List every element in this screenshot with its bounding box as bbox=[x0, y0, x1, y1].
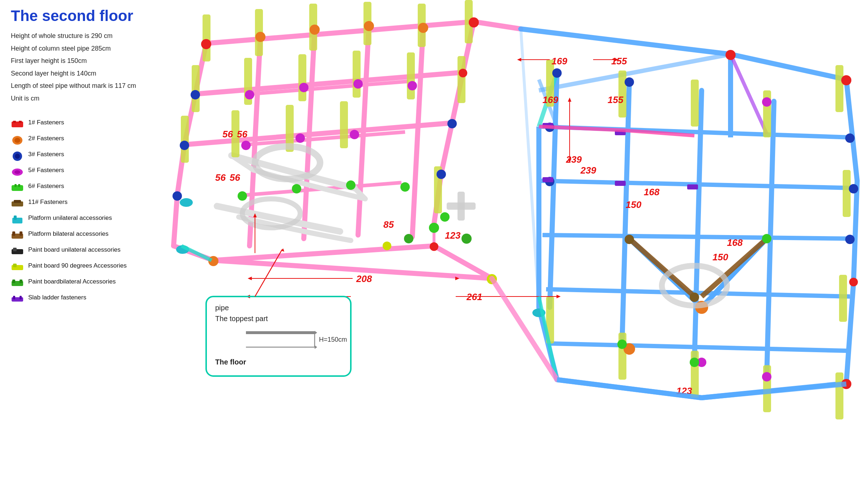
svg-point-111 bbox=[201, 39, 211, 49]
svg-line-30 bbox=[474, 22, 521, 29]
svg-point-113 bbox=[726, 50, 736, 60]
dim-168b: 168 bbox=[727, 237, 743, 248]
svg-point-147 bbox=[238, 191, 247, 201]
svg-rect-15 bbox=[14, 216, 17, 220]
svg-line-56 bbox=[854, 181, 857, 282]
dim-155b: 155 bbox=[608, 94, 624, 105]
info-line5: Length of steel pipe without mark is 117… bbox=[11, 80, 156, 91]
legend-item-3: 3# Fasteners bbox=[11, 150, 156, 161]
dim-239b: 239 bbox=[580, 165, 596, 176]
svg-rect-13 bbox=[14, 200, 21, 203]
svg-line-61 bbox=[521, 29, 539, 307]
svg-rect-27 bbox=[13, 296, 15, 299]
info-line4: Second layer height is 140cm bbox=[11, 68, 156, 79]
svg-point-4 bbox=[14, 138, 20, 143]
svg-point-157 bbox=[690, 293, 699, 302]
svg-rect-104 bbox=[839, 275, 847, 322]
svg-point-112 bbox=[459, 69, 467, 77]
svg-line-63 bbox=[622, 81, 629, 344]
svg-point-140 bbox=[408, 81, 417, 90]
legend-item-platform-uni: Platform unilateral accessories bbox=[11, 214, 156, 225]
svg-point-126 bbox=[180, 141, 189, 150]
legend-label-3: 3# Fasteners bbox=[28, 150, 64, 159]
svg-rect-169 bbox=[687, 184, 698, 189]
svg-rect-24 bbox=[12, 280, 15, 283]
dim-169a: 169 bbox=[552, 56, 567, 67]
svg-rect-11 bbox=[18, 184, 20, 187]
svg-point-110 bbox=[469, 17, 479, 27]
legend-icon-3 bbox=[11, 151, 24, 161]
svg-line-68 bbox=[542, 235, 854, 239]
svg-rect-100 bbox=[691, 80, 699, 127]
legend-item-slab: Slab ladder fasteners bbox=[11, 294, 156, 304]
svg-point-118 bbox=[255, 32, 265, 42]
svg-point-163 bbox=[461, 234, 472, 244]
legend-icon-2 bbox=[11, 135, 24, 145]
svg-point-119 bbox=[310, 25, 320, 35]
dim-150b: 150 bbox=[712, 252, 728, 263]
svg-point-117 bbox=[430, 242, 438, 251]
svg-marker-195 bbox=[315, 331, 317, 334]
legend-item-platform-bi: Platform bilateral accessories bbox=[11, 230, 156, 241]
svg-point-150 bbox=[400, 182, 410, 192]
left-panel: The second floor Height of whole structu… bbox=[0, 0, 166, 482]
svg-rect-174 bbox=[458, 192, 465, 221]
svg-rect-102 bbox=[835, 65, 843, 112]
svg-point-137 bbox=[245, 90, 254, 99]
dim-85: 85 bbox=[383, 219, 394, 230]
legend-icon-5 bbox=[11, 167, 24, 177]
svg-point-131 bbox=[625, 77, 634, 87]
legend-label-11: 11# Fasteners bbox=[28, 198, 68, 206]
svg-rect-87 bbox=[192, 65, 200, 112]
svg-rect-17 bbox=[12, 231, 15, 236]
svg-marker-177 bbox=[518, 59, 521, 61]
svg-line-205 bbox=[702, 384, 846, 398]
legend-icon-6 bbox=[11, 183, 24, 193]
legend-label-1: 1# Fasteners bbox=[28, 119, 64, 127]
legend-label-slab: Slab ladder fasteners bbox=[28, 294, 86, 302]
svg-rect-1 bbox=[13, 121, 16, 123]
svg-point-120 bbox=[364, 21, 374, 31]
svg-point-135 bbox=[849, 184, 858, 193]
svg-point-154 bbox=[440, 212, 450, 222]
svg-rect-90 bbox=[353, 51, 361, 98]
info-line6: Unit is cm bbox=[11, 93, 156, 104]
dim-168a: 168 bbox=[644, 187, 660, 197]
svg-rect-168 bbox=[615, 181, 626, 186]
svg-point-144 bbox=[762, 97, 771, 107]
svg-line-55 bbox=[846, 80, 857, 181]
svg-point-145 bbox=[762, 372, 771, 381]
legend-label-6: 6# Fasteners bbox=[28, 182, 64, 191]
svg-point-152 bbox=[690, 358, 699, 367]
dim-56b: 56 bbox=[237, 129, 247, 140]
svg-line-29 bbox=[206, 22, 474, 43]
legend-item-paint-90: Paint board 90 degrees Accessories bbox=[11, 262, 156, 273]
svg-line-72 bbox=[539, 54, 731, 90]
blue-pipes bbox=[521, 29, 857, 398]
svg-line-51 bbox=[213, 260, 492, 278]
svg-line-36 bbox=[174, 195, 177, 246]
dim-56d: 56 bbox=[230, 172, 240, 183]
cross-shape bbox=[447, 192, 476, 221]
svg-rect-9 bbox=[12, 185, 23, 191]
svg-point-143 bbox=[350, 130, 359, 139]
svg-point-138 bbox=[299, 83, 309, 92]
svg-marker-189 bbox=[569, 99, 571, 101]
svg-point-129 bbox=[437, 170, 446, 179]
svg-point-115 bbox=[849, 278, 858, 286]
svg-line-42 bbox=[213, 246, 434, 260]
legend-label-paint-90: Paint board 90 degrees Accessories bbox=[28, 262, 127, 270]
svg-line-70 bbox=[550, 344, 846, 351]
svg-rect-96 bbox=[340, 101, 348, 148]
legend-item-1: 1# Fasteners bbox=[11, 119, 156, 129]
legend-icon-1 bbox=[11, 119, 24, 129]
legend-label-2: 2# Fasteners bbox=[28, 135, 64, 143]
legend-label-paint-bi: Paint boardbilateral Accessories bbox=[28, 278, 116, 286]
svg-point-162 bbox=[383, 242, 391, 250]
svg-rect-25 bbox=[20, 280, 22, 283]
page-title: The second floor bbox=[11, 7, 156, 25]
legend-item-11: 11# Fasteners bbox=[11, 198, 156, 209]
svg-rect-167 bbox=[542, 177, 553, 182]
svg-point-114 bbox=[841, 75, 851, 85]
legend-item-2: 2# Fasteners bbox=[11, 135, 156, 145]
